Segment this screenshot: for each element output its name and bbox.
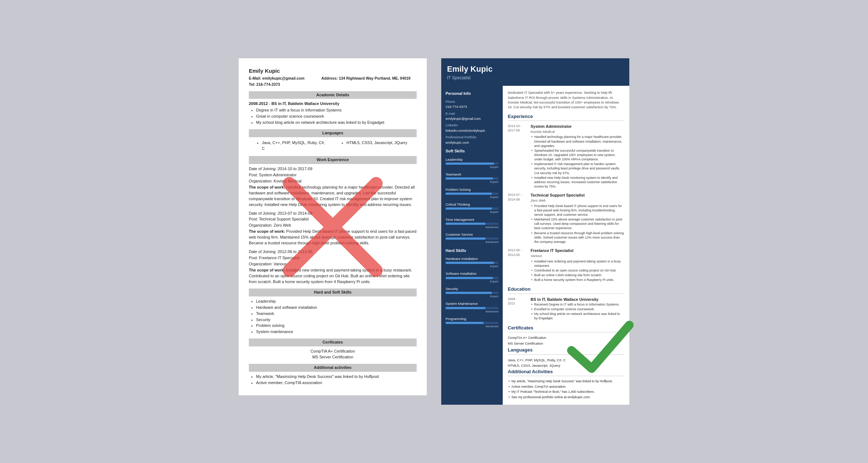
work1-post: Post: System Administrator: [249, 172, 417, 178]
work3-org: Organization: Various: [249, 261, 417, 267]
right-header: Emily Kupic IT Specialist: [441, 58, 629, 86]
work3-date: Date of Joining: 2012-06 to 2013-06: [249, 249, 417, 255]
activities-list: My article, "Maximizing Help Desk Succes…: [249, 374, 417, 386]
languages-section-title-right: Languages: [508, 347, 624, 354]
work2-date: Date of Joining: 2013-07 to 2014-08: [249, 211, 417, 216]
edu1-degree: BS in IT, Baldwin Wallace University: [531, 297, 624, 302]
exp1-bullets: Handled technology planning for a major …: [531, 135, 624, 189]
exp1-date: 2014-10 -2017-09: [508, 124, 528, 133]
skill-hardware-install: Hardware Installation Expert: [446, 256, 498, 268]
linkedin-value: linkedin.com/in/emilykupic: [446, 128, 498, 133]
left-contact: E-Mail: emilykupic@gmail.com Address: 13…: [249, 76, 417, 81]
cert-1: CompTIA A+ Certification: [249, 349, 417, 354]
work3-post: Post: Freelance IT Specialist: [249, 255, 417, 261]
activities-section-title-right: Additional Activities: [508, 369, 624, 376]
skill-software-install: Software Installation Expert: [446, 271, 498, 283]
exp-entry-1: 2014-10 -2017-09 System Administrator Ko…: [508, 124, 624, 189]
academic-bullet-3: My school blog article on network archit…: [256, 120, 417, 126]
skill-security: Security Expert: [446, 286, 498, 298]
exp-entry-2: 2013-07 -2014-08 Technical Support Speci…: [508, 193, 624, 244]
right-activities: My article, "Maximizing Help Desk Succes…: [508, 379, 624, 399]
right-act-3: My IT Podcast "Technical or Bust," has 1…: [508, 390, 624, 394]
skill-teamwork: Teamwork Expert: [446, 172, 498, 184]
phone-value: 216-774-3373: [446, 104, 498, 109]
lang-col2-text: HTML5, CSS3, Javascript, JQuery: [346, 140, 417, 146]
email-label: E-mail: [446, 111, 498, 116]
email-value: emilykupic@gmail.com: [446, 116, 498, 121]
portfolio-value: emilykupic.com: [446, 140, 498, 145]
education-section-title: Education: [508, 286, 624, 294]
certs-section-title: Cerificates: [249, 338, 417, 346]
exp3-bullets: Installed new ordering and payment-takin…: [531, 259, 624, 282]
skill-1: Leadership: [256, 299, 417, 304]
cert-2: MS Server Certification: [249, 354, 417, 360]
right-cert-2: MS Server Certification: [508, 341, 624, 346]
right-resume: Emily Kupic IT Specialist Personal Info …: [441, 58, 629, 404]
certs-content: CompTIA A+ Certification MS Server Certi…: [249, 349, 417, 360]
right-summary: Dedicated IT Specialist with 5+ years ex…: [508, 90, 624, 109]
exp3-title: Freelance IT Specialist: [531, 248, 624, 253]
right-main: Dedicated IT Specialist with 5+ years ex…: [503, 86, 629, 404]
work2-scope: The scope of work: Provided Help Desk-ba…: [249, 229, 417, 246]
left-header: Emily Kupic E-Mail: emilykupic@gmail.com…: [249, 67, 417, 87]
skills-section-title: Hard and Soft Skills: [249, 289, 417, 296]
academic-bullet-2: Great in computer science coursework: [256, 114, 417, 119]
lang-col2: HTML5, CSS3, Javascript, JQuery: [339, 139, 417, 152]
exp2-title: Technical Support Specialist: [531, 193, 624, 198]
languages-section-title: Languages: [249, 129, 417, 137]
skills-list: Leadership Hardware and software install…: [249, 299, 417, 335]
skill-critical-thinking: Critical Thinking Expert: [446, 202, 498, 214]
work1-org: Organization: Kovisto Medical: [249, 178, 417, 184]
soft-skills-title: Soft Skills: [446, 148, 498, 154]
right-sidebar: Personal Info Phone 216-774-3373 E-mail …: [441, 86, 503, 404]
skill-customer-service: Customer Service Advanced: [446, 232, 498, 244]
right-name: Emily Kupic: [447, 65, 624, 73]
right-body: Personal Info Phone 216-774-3373 E-mail …: [441, 86, 629, 404]
skill-5: Problem solving: [256, 323, 417, 329]
right-title: IT Specialist: [447, 75, 624, 81]
skill-3: Teamwork: [256, 311, 417, 317]
academic-bullet-1: Degree in IT with a focus in Information…: [256, 108, 417, 113]
skill-6: System maintenance: [256, 329, 417, 335]
page-container: Emily Kupic E-Mail: emilykupic@gmail.com…: [239, 58, 629, 404]
personal-info-title: Personal Info: [446, 91, 498, 96]
work-entry-2: Date of Joining: 2013-07 to 2014-08 Post…: [249, 211, 417, 247]
skill-leadership: Leadership Expert: [446, 157, 498, 169]
edu1-bullets: Received Degree in IT with a focus in In…: [531, 302, 624, 321]
work2-org: Organization: Zero Web: [249, 223, 417, 228]
exp2-date: 2013-07 -2014-08: [508, 193, 528, 202]
right-act-2: Active member, CompTIA association.: [508, 384, 624, 389]
exp1-company: Kovisto Medical: [531, 129, 624, 134]
skill-programming: Programming Advanced: [446, 316, 498, 328]
certs-section-title-right: Certificates: [508, 325, 624, 332]
skill-4: Security: [256, 317, 417, 323]
exp2-bullets: Provided Help Desk-based IT phone suppor…: [531, 204, 624, 244]
exp1-title: System Administrator: [531, 124, 624, 129]
work1-scope: The scope of work: Handled technology pl…: [249, 185, 417, 208]
portfolio-label: Professional Portfolio: [446, 135, 498, 140]
lang-col1: Java, C++, PHP, MySQL, Ruby, C#,C: [255, 139, 332, 152]
work-section-title: Work Experience: [249, 156, 417, 164]
lang-col1-text: Java, C++, PHP, MySQL, Ruby, C#,C: [262, 140, 332, 152]
exp3-date: 2012-06 -2013-06: [508, 248, 528, 257]
hard-skills-title: Hard Skills: [446, 248, 498, 253]
work1-date: Date of Joining: 2014-10 to 2017-09: [249, 166, 417, 172]
phone-label: Phone: [446, 100, 498, 104]
right-act-4: See my professional portfolio online at …: [508, 395, 624, 400]
skill-time-management: Time Management Advanced: [446, 217, 498, 229]
work-entry-3: Date of Joining: 2012-06 to 2013-06 Post…: [249, 249, 417, 285]
skill-problem-solving: Problem Solving Expert: [446, 187, 498, 199]
skill-2: Hardware and software installation: [256, 305, 417, 311]
skill-system-maintenance: System Maintenance Advanced: [446, 301, 498, 313]
left-name: Emily Kupic: [249, 67, 417, 75]
academic-bullets: Degree in IT with a focus in Information…: [249, 108, 417, 126]
experience-section-title: Experience: [508, 113, 624, 121]
right-lang-1: Java, C++, PHP, MySQL, Ruby, C#, C: [508, 358, 624, 362]
left-resume: Emily Kupic E-Mail: emilykupic@gmail.com…: [239, 58, 427, 395]
activity-2: Active member, CompTIA association: [256, 380, 417, 386]
edu-entry-1: 2008 -2012 BS in IT, Baldwin Wallace Uni…: [508, 297, 624, 321]
languages-content: Java, C++, PHP, MySQL, Ruby, C#,C HTML5,…: [249, 139, 417, 152]
skill-bar-bg: [446, 163, 498, 165]
right-act-1: My article, "Maximizing Help Desk Succes…: [508, 379, 624, 384]
exp-entry-3: 2012-06 -2013-06 Freelance IT Specialist…: [508, 248, 624, 282]
